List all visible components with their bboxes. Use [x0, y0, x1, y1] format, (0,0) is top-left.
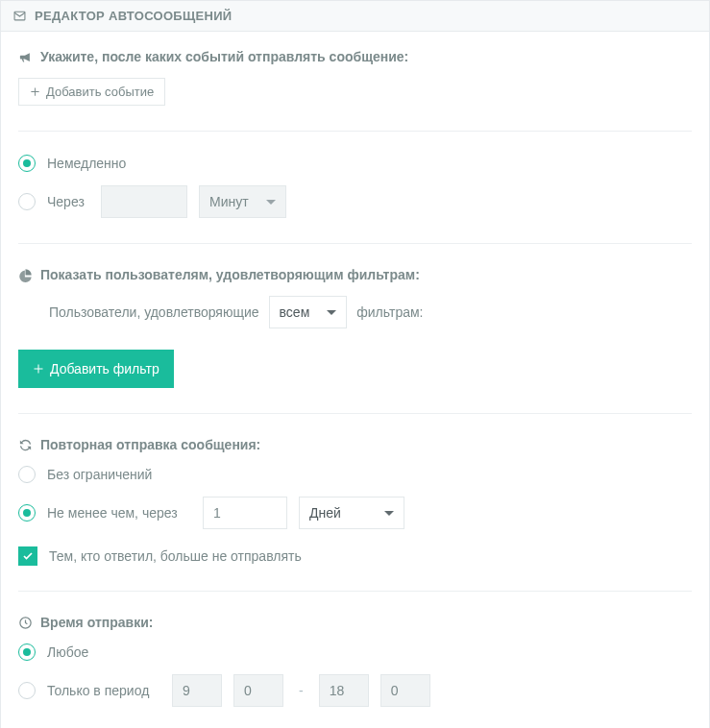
suppress-replied-row[interactable]: Тем, кто ответил, больше не отправлять — [18, 546, 692, 566]
events-heading: Укажите, после каких событий отправлять … — [18, 49, 692, 64]
repeat-unlimited-row[interactable]: Без ограничений — [18, 466, 692, 483]
timing-immediately-row[interactable]: Немедленно — [18, 155, 692, 172]
plus-icon — [33, 363, 44, 375]
radio-period-label: Только в период — [47, 683, 160, 698]
filters-prefix: Пользователи, удовлетворяющие — [49, 304, 259, 320]
timing-after-row: Через Минут — [18, 185, 692, 218]
timing-section: Немедленно Через Минут — [18, 155, 692, 218]
plus-icon — [30, 86, 40, 97]
refresh-icon — [18, 438, 33, 452]
sendtime-heading: Время отправки: — [18, 615, 692, 630]
radio-notless[interactable] — [18, 504, 36, 522]
to-hour-input[interactable] — [319, 674, 369, 707]
add-event-button[interactable]: Добавить событие — [18, 78, 165, 106]
suppress-replied-label: Тем, кто ответил, больше не отправлять — [49, 548, 302, 564]
notless-value-input[interactable] — [203, 497, 287, 529]
radio-after[interactable] — [18, 193, 36, 210]
add-filter-button-label: Добавить фильтр — [50, 362, 159, 376]
filters-mode-select[interactable]: всем — [269, 296, 348, 328]
envelope-icon — [12, 10, 27, 22]
chevron-down-icon — [384, 511, 394, 516]
divider — [18, 131, 692, 132]
add-event-button-label: Добавить событие — [46, 85, 154, 98]
panel-body: Укажите, после каких событий отправлять … — [1, 32, 709, 728]
divider — [18, 591, 692, 592]
sendtime-any-row[interactable]: Любое — [18, 643, 692, 661]
repeat-section: Повторная отправка сообщения: Без ограни… — [18, 437, 692, 566]
sendtime-heading-text: Время отправки: — [40, 615, 153, 630]
filters-section: Показать пользователям, удовлетворяющим … — [18, 267, 692, 388]
add-filter-button[interactable]: Добавить фильтр — [18, 350, 174, 388]
repeat-heading-text: Повторная отправка сообщения: — [40, 437, 260, 452]
bullhorn-icon — [18, 50, 33, 64]
after-value-input[interactable] — [101, 185, 187, 218]
radio-unlimited-label: Без ограничений — [47, 467, 152, 482]
after-unit-select[interactable]: Минут — [199, 185, 286, 218]
from-hour-input[interactable] — [172, 674, 222, 707]
filters-mode-row: Пользователи, удовлетворяющие всем фильт… — [49, 296, 692, 328]
filters-suffix: фильтрам: — [356, 304, 423, 320]
after-unit-label: Минут — [209, 194, 249, 209]
radio-period[interactable] — [18, 682, 36, 699]
from-min-input[interactable] — [233, 674, 283, 707]
notless-unit-label: Дней — [309, 505, 341, 521]
radio-any-time[interactable] — [18, 643, 36, 661]
pie-chart-icon — [18, 268, 33, 282]
events-section: Укажите, после каких событий отправлять … — [18, 49, 692, 106]
radio-immediately-label: Немедленно — [47, 156, 126, 171]
sendtime-section: Время отправки: Любое Только в период - — [18, 615, 692, 707]
chevron-down-icon — [327, 310, 336, 315]
chevron-down-icon — [266, 200, 276, 205]
radio-immediately[interactable] — [18, 155, 36, 172]
divider — [18, 243, 692, 244]
checkbox-suppress-replied[interactable] — [18, 546, 37, 566]
radio-unlimited[interactable] — [18, 466, 36, 483]
radio-any-time-label: Любое — [47, 644, 88, 660]
sendtime-period-row: Только в период - — [18, 674, 692, 707]
clock-icon — [18, 616, 33, 630]
to-min-input[interactable] — [380, 674, 430, 707]
events-heading-text: Укажите, после каких событий отправлять … — [40, 49, 408, 64]
editor-panel: РЕДАКТОР АВТОСООБЩЕНИЙ Укажите, после ка… — [0, 0, 710, 728]
radio-after-label: Через — [47, 194, 89, 209]
repeat-notless-row: Не менее чем, через Дней — [18, 497, 692, 529]
filters-heading: Показать пользователям, удовлетворяющим … — [18, 267, 692, 282]
repeat-heading: Повторная отправка сообщения: — [18, 437, 692, 452]
divider — [18, 413, 692, 414]
panel-title: РЕДАКТОР АВТОСООБЩЕНИЙ — [35, 9, 233, 23]
radio-notless-label: Не менее чем, через — [47, 505, 191, 521]
notless-unit-select[interactable]: Дней — [299, 497, 404, 529]
period-separator: - — [295, 683, 307, 698]
panel-header: РЕДАКТОР АВТОСООБЩЕНИЙ — [1, 1, 709, 32]
filters-heading-text: Показать пользователям, удовлетворяющим … — [40, 267, 420, 282]
filters-mode-label: всем — [280, 304, 310, 320]
